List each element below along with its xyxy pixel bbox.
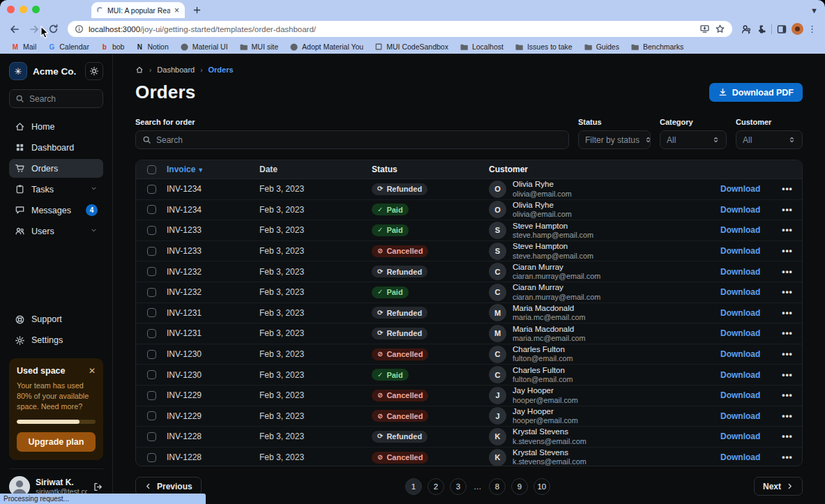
browser-tab[interactable]: MUI: A popular React UI fram × (91, 2, 185, 18)
row-checkbox[interactable] (147, 308, 156, 317)
row-menu-icon[interactable]: ••• (773, 370, 802, 380)
row-checkbox[interactable] (147, 247, 156, 256)
browser-menu-icon[interactable]: ⋮ (808, 24, 817, 34)
breadcrumb-dashboard[interactable]: Dashboard (157, 66, 195, 74)
back-button[interactable] (6, 20, 23, 38)
address-bar[interactable]: localhost:3000/joy-ui/getting-started/te… (68, 21, 732, 37)
bookmark-localhost[interactable]: Localhost (454, 43, 509, 52)
new-tab-button[interactable] (189, 2, 204, 17)
download-link[interactable]: Download (720, 452, 773, 462)
extensions-puzzle-icon[interactable] (756, 24, 767, 35)
sidebar-item-settings[interactable]: Settings (9, 331, 103, 350)
row-checkbox[interactable] (147, 370, 156, 379)
bookmark-calendar[interactable]: GCalendar (42, 43, 95, 51)
close-window-button[interactable] (7, 6, 15, 13)
zoom-window-button[interactable] (32, 6, 40, 13)
select-all-checkbox[interactable] (147, 165, 156, 174)
bookmark-benchmarks[interactable]: Benchmarks (625, 43, 689, 52)
bookmark-mui-site[interactable]: MUI site (234, 43, 285, 52)
row-checkbox[interactable] (147, 267, 156, 276)
next-page-button[interactable]: Next (754, 477, 803, 496)
search-input[interactable] (29, 94, 97, 104)
row-menu-icon[interactable]: ••• (773, 267, 802, 277)
download-link[interactable]: Download (720, 390, 773, 400)
row-menu-icon[interactable]: ••• (773, 246, 802, 256)
row-checkbox[interactable] (147, 205, 156, 214)
upgrade-plan-button[interactable]: Upgrade plan (17, 432, 96, 452)
bookmark-guides[interactable]: Guides (578, 43, 625, 52)
download-link[interactable]: Download (720, 308, 773, 318)
passkey-icon[interactable] (741, 24, 752, 35)
customer-filter-select[interactable]: All (736, 130, 803, 149)
row-checkbox[interactable] (147, 411, 156, 420)
bookmark-bob[interactable]: bbob (95, 43, 130, 51)
site-info-icon[interactable] (75, 24, 84, 33)
sidebar-item-home[interactable]: Home (9, 117, 103, 136)
sidebar-search[interactable] (9, 89, 103, 108)
install-app-icon[interactable] (699, 24, 710, 34)
status-filter-select[interactable]: Filter by status (578, 130, 651, 149)
row-menu-icon[interactable]: ••• (773, 308, 802, 318)
row-menu-icon[interactable]: ••• (773, 287, 802, 297)
download-link[interactable]: Download (720, 184, 773, 194)
page-button-10[interactable]: 10 (533, 478, 550, 495)
row-checkbox[interactable] (147, 432, 156, 441)
bookmark-issues-to-take[interactable]: Issues to take (509, 43, 578, 52)
theme-toggle-button[interactable] (85, 62, 103, 80)
bookmark-material-ui[interactable]: Material UI (174, 43, 234, 52)
bookmark-notion[interactable]: NNotion (130, 43, 174, 51)
tab-close-icon[interactable]: × (174, 6, 179, 15)
logout-icon[interactable] (93, 482, 103, 492)
row-checkbox[interactable] (147, 226, 156, 235)
row-checkbox[interactable] (147, 288, 156, 297)
row-menu-icon[interactable]: ••• (773, 328, 802, 338)
row-checkbox[interactable] (147, 329, 156, 338)
download-link[interactable]: Download (720, 205, 773, 215)
sidebar-item-users[interactable]: Users (9, 222, 103, 240)
download-link[interactable]: Download (720, 349, 773, 359)
sidebar-item-dashboard[interactable]: Dashboard (9, 138, 103, 157)
download-link[interactable]: Download (720, 328, 773, 338)
bookmark-star-icon[interactable] (715, 24, 725, 34)
sidebar-item-tasks[interactable]: Tasks (9, 180, 103, 199)
page-button-2[interactable]: 2 (427, 478, 444, 495)
forward-button[interactable] (25, 20, 43, 38)
row-menu-icon[interactable]: ••• (773, 432, 802, 441)
page-button-9[interactable]: 9 (511, 478, 528, 495)
download-link[interactable]: Download (720, 246, 773, 256)
row-checkbox[interactable] (147, 185, 156, 194)
previous-page-button[interactable]: Previous (135, 477, 202, 496)
reload-button[interactable] (45, 20, 62, 38)
download-link[interactable]: Download (720, 411, 773, 421)
url-text[interactable]: localhost:3000/joy-ui/getting-started/te… (89, 25, 695, 33)
page-button-8[interactable]: 8 (489, 478, 506, 495)
profile-avatar[interactable] (792, 23, 803, 35)
download-link[interactable]: Download (720, 267, 773, 277)
row-menu-icon[interactable]: ••• (773, 390, 802, 400)
row-menu-icon[interactable]: ••• (773, 452, 802, 462)
close-icon[interactable]: ✕ (89, 366, 96, 376)
row-menu-icon[interactable]: ••• (773, 411, 802, 421)
row-checkbox[interactable] (147, 453, 156, 462)
row-checkbox[interactable] (147, 391, 156, 400)
page-button-3[interactable]: 3 (450, 478, 467, 495)
home-icon[interactable] (135, 66, 144, 74)
order-search-input[interactable]: Search (135, 130, 569, 149)
column-invoice[interactable]: Invoice▼ (167, 165, 259, 174)
minimize-window-button[interactable] (20, 6, 27, 13)
download-link[interactable]: Download (720, 225, 773, 235)
row-checkbox[interactable] (147, 350, 156, 359)
page-button-1[interactable]: 1 (405, 478, 422, 495)
row-menu-icon[interactable]: ••• (773, 184, 802, 194)
download-pdf-button[interactable]: Download PDF (709, 83, 803, 102)
category-filter-select[interactable]: All (660, 130, 727, 149)
sidebar-item-support[interactable]: Support (9, 310, 103, 329)
row-menu-icon[interactable]: ••• (773, 225, 802, 235)
row-menu-icon[interactable]: ••• (773, 349, 802, 359)
download-link[interactable]: Download (720, 370, 773, 380)
bookmark-adopt-material-you[interactable]: Adopt Material You (284, 43, 369, 52)
bookmark-mui-codesandbox[interactable]: MUI CodeSandbox (369, 43, 454, 51)
bookmark-mail[interactable]: MMail (6, 43, 42, 51)
row-menu-icon[interactable]: ••• (773, 205, 802, 215)
tab-search-chevron-icon[interactable]: ▼ (810, 6, 818, 15)
